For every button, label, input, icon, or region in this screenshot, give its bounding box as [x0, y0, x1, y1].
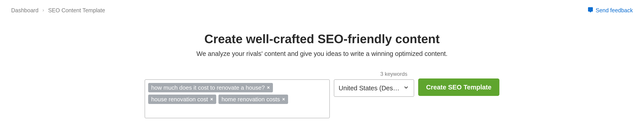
location-selected-value: United States (Des… [339, 84, 400, 92]
keyword-tag: house renovation cost × [148, 95, 216, 104]
keyword-tag-label: how much does it cost to renovate a hous… [151, 84, 265, 91]
keyword-tag: how much does it cost to renovate a hous… [148, 83, 273, 92]
send-feedback-label: Send feedback [596, 7, 633, 14]
breadcrumb-current: SEO Content Template [48, 7, 105, 14]
chevron-right-icon: › [42, 7, 44, 13]
page-subtitle: We analyze your rivals' content and give… [0, 50, 644, 57]
chevron-down-icon [403, 84, 409, 92]
send-feedback-link[interactable]: Send feedback [588, 7, 633, 14]
create-seo-template-button[interactable]: Create SEO Template [418, 78, 500, 96]
page-title: Create well-crafted SEO-friendly content [0, 32, 644, 46]
keyword-tag-label: house renovation cost [151, 96, 208, 103]
location-select[interactable]: United States (Des… [334, 79, 414, 97]
close-icon[interactable]: × [267, 85, 270, 90]
keywords-input[interactable]: how much does it cost to renovate a hous… [144, 79, 330, 118]
breadcrumb: Dashboard › SEO Content Template [11, 7, 105, 14]
form-area: 3 keywords how much does it cost to reno… [0, 71, 644, 118]
keyword-tag: home renovation costs × [218, 95, 288, 104]
speech-bubble-icon [588, 7, 593, 14]
breadcrumb-dashboard[interactable]: Dashboard [11, 7, 38, 14]
keyword-tag-label: home renovation costs [222, 96, 280, 103]
close-icon[interactable]: × [210, 97, 213, 102]
close-icon[interactable]: × [282, 97, 285, 102]
keyword-count-label: 3 keywords [380, 71, 407, 77]
